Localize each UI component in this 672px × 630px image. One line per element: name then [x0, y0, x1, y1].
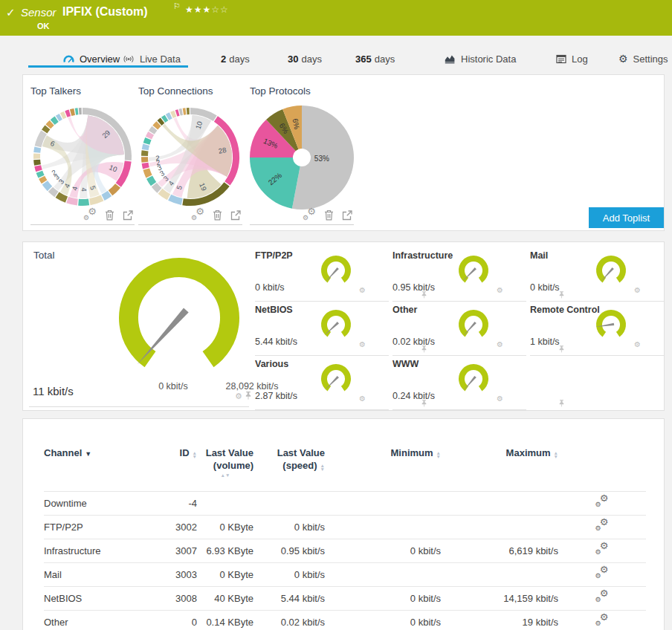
column-header-channel[interactable]: Channel▼ — [44, 419, 163, 491]
active-tab-underline — [28, 65, 188, 68]
channel-settings-icon[interactable]: ⚙⚙ — [596, 544, 609, 555]
channel-table-panel: Channel▼ ID▲▼ Last Value(volume)▲▼ Last … — [22, 418, 665, 630]
cell-last-volume — [197, 491, 253, 515]
gear-icon[interactable]: ⚙ — [359, 395, 366, 403]
tab-2-days[interactable]: 2 days — [221, 52, 250, 65]
priority-stars[interactable]: ★★★☆☆ — [185, 4, 229, 15]
svg-text:53%: 53% — [314, 155, 329, 163]
channel-gauge-cell: Other0.02 kbit/s⚙ — [392, 302, 526, 356]
sort-icon: ▲▼ — [197, 473, 253, 477]
top-talkers-chord-chart[interactable]: 291054443326 — [30, 103, 135, 212]
gauge-value: 5.44 kbit/s — [255, 337, 297, 347]
channel-table: Channel▼ ID▲▼ Last Value(volume)▲▼ Last … — [44, 419, 646, 630]
total-gauge-scale-min: 0 kbit/s — [142, 381, 204, 392]
gauges-panel: Total 11 kbit/s 0 kbit/s 28,092 kbit/s ⚙… — [22, 241, 665, 411]
total-gauge-toolbar: ⚙ — [235, 392, 251, 400]
svg-text:28: 28 — [218, 146, 227, 155]
tab-365-days[interactable]: 365 days — [355, 52, 395, 65]
tab-historic-data[interactable]: Historic Data — [445, 52, 516, 65]
toplist-title: Top Connections — [138, 85, 242, 97]
gauge-label: WWW — [392, 359, 419, 369]
channel-settings-icon[interactable]: ⚙⚙ — [596, 591, 609, 603]
toplist-settings-icon[interactable]: ⚙⚙ — [303, 210, 316, 221]
tab-number: 365 — [355, 53, 372, 65]
channel-gauge-cell: Infrastructure0.95 kbit/s⚙ — [392, 248, 526, 302]
gear-icon[interactable]: ⚙ — [497, 287, 503, 294]
sort-icon: ▲▼ — [193, 451, 197, 458]
cell-channel: Mail — [44, 562, 163, 586]
cell-actions: ⚙⚙ — [558, 586, 646, 610]
column-header-id[interactable]: ID▲▼ — [163, 419, 197, 491]
table-row: Other00.14 KByte0.02 kbit/s0 kbit/s19 kb… — [44, 610, 646, 630]
tab-log[interactable]: Log — [556, 52, 588, 65]
cell-minimum: 0 kbit/s — [325, 610, 441, 630]
cell-minimum — [325, 562, 441, 586]
column-header-minimum[interactable]: Minimum▲▼ — [325, 419, 441, 491]
toplist-toolbar: ⚙⚙ — [192, 210, 241, 221]
sort-icon: ▲▼ — [320, 464, 325, 471]
sort-icon: ▲▼ — [436, 451, 441, 458]
top-protocols-pie-chart[interactable]: 53%22%13%6%6% — [250, 103, 354, 212]
channel-gauge — [455, 253, 492, 287]
total-gauge-value: 11 kbit/s — [33, 385, 74, 397]
cell-maximum: 6,619 kbit/s — [441, 539, 558, 562]
toplist-settings-icon[interactable]: ⚙⚙ — [84, 210, 97, 221]
gear-icon[interactable]: ⚙ — [497, 341, 503, 348]
delete-icon[interactable] — [213, 210, 222, 221]
top-connections-chord-chart[interactable]: 1028195433322 — [138, 103, 242, 212]
channel-gauge — [317, 253, 355, 287]
column-header-last-volume[interactable]: Last Value(volume)▲▼ — [197, 419, 253, 491]
gear-icon[interactable]: ⚙ — [359, 341, 366, 348]
sort-caret-icon: ▼ — [85, 450, 91, 458]
cell-last-volume: 6.93 KByte — [197, 539, 253, 562]
toplist-settings-icon[interactable]: ⚙⚙ — [192, 210, 204, 221]
gear-icon[interactable]: ⚙ — [235, 392, 242, 400]
cell-id: 3008 — [163, 586, 197, 610]
gear-icon[interactable]: ⚙ — [634, 341, 641, 348]
svg-text:4: 4 — [80, 187, 88, 192]
tab-settings[interactable]: ⚙ Settings — [618, 52, 668, 65]
gear-icon[interactable]: ⚙ — [359, 287, 366, 294]
gear-icon[interactable]: ⚙ — [634, 287, 641, 294]
open-external-icon[interactable] — [230, 210, 241, 221]
tab-30-days[interactable]: 30 days — [288, 52, 322, 65]
pin-icon[interactable] — [559, 400, 564, 407]
open-external-icon[interactable] — [123, 210, 133, 221]
gauge-label: Remote Control — [530, 305, 600, 315]
toplist-card-top-talkers: Top Talkers 291054443326 ⚙⚙ — [30, 81, 135, 225]
cell-channel: Infrastructure — [44, 539, 163, 562]
gauge-value: 0.02 kbit/s — [392, 337, 435, 347]
cell-maximum — [441, 515, 558, 539]
tab-overview[interactable]: Overview — [63, 52, 120, 65]
channel-gauge-cell: Mail0 kbit/s⚙ — [530, 248, 664, 302]
gauge-label: Various — [255, 359, 288, 369]
gauge-label: NetBIOS — [255, 305, 293, 315]
tab-live-data[interactable]: Live Data — [123, 52, 181, 65]
open-external-icon[interactable] — [342, 210, 352, 221]
column-header-maximum[interactable]: Maximum▲▼ — [441, 419, 558, 491]
cell-channel: FTP/P2P — [44, 515, 163, 539]
stars-empty[interactable]: ☆☆ — [211, 4, 229, 15]
tab-label: Log — [572, 53, 588, 65]
sort-icon: ▲▼ — [554, 451, 558, 458]
tab-bar: Overview Live Data 2 days 30 days 365 — [0, 36, 672, 74]
cell-last-volume: 0 KByte — [197, 515, 253, 539]
channel-settings-icon[interactable]: ⚙⚙ — [596, 520, 609, 531]
delete-icon[interactable] — [105, 210, 114, 221]
channel-settings-icon[interactable]: ⚙⚙ — [596, 496, 609, 507]
gear-icon[interactable]: ⚙ — [497, 395, 503, 403]
gauge-value: 0 kbit/s — [255, 282, 285, 293]
channel-settings-icon[interactable]: ⚙⚙ — [596, 568, 609, 579]
svg-text:2: 2 — [50, 168, 57, 177]
add-toplist-button[interactable]: Add Toplist — [589, 207, 664, 228]
cell-last-volume: 40 KByte — [197, 586, 253, 610]
channel-settings-icon[interactable]: ⚙⚙ — [596, 615, 609, 626]
gauge-toolbar: ⚙ — [497, 287, 503, 294]
pin-icon[interactable] — [245, 392, 251, 400]
column-header-last-speed[interactable]: Last Value(speed)▲▼ — [253, 419, 325, 491]
delete-icon[interactable] — [324, 210, 334, 221]
pause-flag-icon[interactable]: ⚐ — [173, 1, 181, 11]
cell-last-speed: 0 kbit/s — [253, 562, 325, 586]
stars-filled[interactable]: ★★★ — [185, 4, 211, 15]
cell-maximum — [441, 491, 558, 515]
